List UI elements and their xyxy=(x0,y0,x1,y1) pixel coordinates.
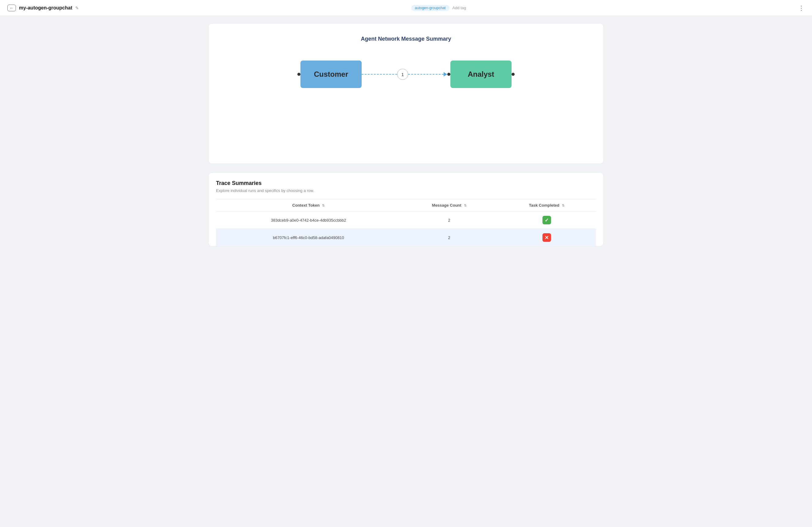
cell-message-count: 2 xyxy=(401,212,497,229)
analyst-left-dot xyxy=(447,73,450,76)
dashed-left xyxy=(362,74,397,75)
add-tag-button[interactable]: Add tag xyxy=(452,5,466,10)
x-icon: ✕ xyxy=(542,233,551,242)
table-row[interactable]: b6707fc1-eff6-46c0-bd58-adafa04908102✕ xyxy=(216,229,596,246)
table-row[interactable]: 383dceb9-a0e0-4742-b4ce-4db935ccbbb22✓ xyxy=(216,212,596,229)
arrow-head-icon xyxy=(444,72,447,76)
network-card-title: Agent Network Message Summary xyxy=(361,36,451,42)
col-message-count[interactable]: Message Count ⇅ xyxy=(401,199,497,212)
edit-icon[interactable]: ✎ xyxy=(75,5,79,10)
check-icon: ✓ xyxy=(542,216,551,224)
main-content: Agent Network Message Summary Customer 1… xyxy=(201,16,611,254)
sort-context-token-icon: ⇅ xyxy=(322,204,324,208)
header: ← my-autogen-groupchat ✎ autogen-groupch… xyxy=(0,0,812,16)
connector-line: 1 xyxy=(362,69,447,80)
network-diagram: Customer 1 Analyst xyxy=(216,61,596,88)
analyst-right-dot xyxy=(511,73,514,76)
header-left: ← my-autogen-groupchat ✎ xyxy=(8,4,79,11)
col-task-completed[interactable]: Task Completed ⇅ xyxy=(497,199,596,212)
dashed-right xyxy=(408,74,444,75)
col-context-token[interactable]: Context Token ⇅ xyxy=(216,199,401,212)
customer-node-label: Customer xyxy=(314,70,348,78)
sort-message-count-icon: ⇅ xyxy=(464,204,467,208)
customer-left-dot xyxy=(298,73,301,76)
analyst-node-label: Analyst xyxy=(468,70,494,78)
trace-table: Context Token ⇅ Message Count ⇅ Task Com… xyxy=(216,199,596,246)
analyst-node[interactable]: Analyst xyxy=(450,61,511,88)
back-button[interactable]: ← xyxy=(8,4,16,11)
cell-context-token: b6707fc1-eff6-46c0-bd58-adafa0490810 xyxy=(216,229,401,246)
cell-task-completed: ✕ xyxy=(497,229,596,246)
edge-count-circle: 1 xyxy=(397,69,408,80)
cell-task-completed: ✓ xyxy=(497,212,596,229)
trace-section-subtitle: Explore individual runs and specifics by… xyxy=(216,188,596,193)
trace-section: Trace Summaries Explore individual runs … xyxy=(208,172,604,246)
page-title: my-autogen-groupchat xyxy=(19,5,72,11)
cell-context-token: 383dceb9-a0e0-4742-b4ce-4db935ccbbb2 xyxy=(216,212,401,229)
network-card: Agent Network Message Summary Customer 1… xyxy=(208,23,604,164)
table-header-row: Context Token ⇅ Message Count ⇅ Task Com… xyxy=(216,199,596,212)
cell-message-count: 2 xyxy=(401,229,497,246)
tag-badge[interactable]: autogen-groupchat xyxy=(411,5,449,11)
header-center: autogen-groupchat Add tag xyxy=(411,5,466,11)
more-menu-button[interactable]: ⋮ xyxy=(798,4,804,12)
customer-node[interactable]: Customer xyxy=(301,61,362,88)
sort-task-completed-icon: ⇅ xyxy=(562,204,565,208)
trace-section-title: Trace Summaries xyxy=(216,180,596,186)
